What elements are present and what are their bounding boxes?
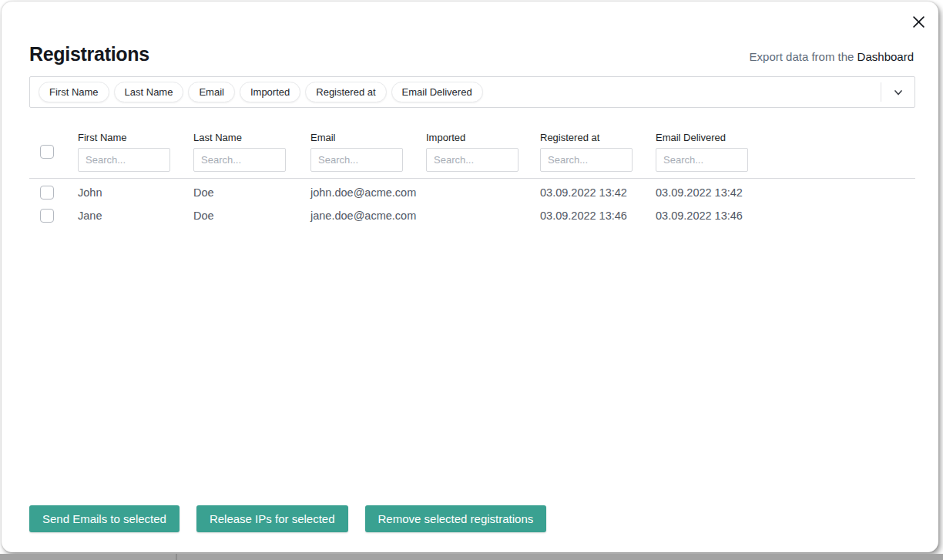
- column-first-name: First Name: [78, 132, 193, 172]
- filter-chip-last-name[interactable]: Last Name: [114, 82, 184, 102]
- cell-registered-at: 03.09.2022 13:42: [540, 186, 656, 199]
- filter-chip-email-delivered[interactable]: Email Delivered: [391, 82, 483, 102]
- background-page-strip: [0, 554, 943, 560]
- column-label: Registered at: [540, 132, 656, 143]
- background-page-divider: [176, 554, 177, 560]
- search-input-registered-at[interactable]: [540, 148, 633, 172]
- cell-email-delivered: 03.09.2022 13:42: [656, 186, 771, 199]
- remove-registrations-button[interactable]: Remove selected registrations: [365, 505, 547, 532]
- page-title: Registrations: [29, 43, 149, 65]
- search-input-first-name[interactable]: [78, 148, 170, 172]
- column-email: Email: [310, 132, 426, 172]
- table-header-row: First Name Last Name Email Imported Regi…: [29, 132, 915, 179]
- column-label: First Name: [78, 132, 193, 143]
- modal-header: Registrations Export data from the Dashb…: [29, 43, 914, 65]
- column-registered-at: Registered at: [540, 132, 656, 172]
- filter-chip-registered-at[interactable]: Registered at: [305, 82, 386, 102]
- table-body: John Doe john.doe@acme.com 03.09.2022 13…: [29, 181, 915, 227]
- column-label: Email: [310, 132, 426, 143]
- filter-chip-imported[interactable]: Imported: [240, 82, 300, 102]
- bulk-actions: Send Emails to selected Release IPs for …: [29, 505, 546, 532]
- close-button[interactable]: [908, 11, 929, 32]
- registrations-table: First Name Last Name Email Imported Regi…: [29, 132, 915, 227]
- cell-first-name: Jane: [78, 210, 193, 222]
- filter-dropdown-button[interactable]: [881, 77, 914, 107]
- table-row: Jane Doe jane.doe@acme.com 03.09.2022 13…: [29, 204, 915, 227]
- cell-registered-at: 03.09.2022 13:46: [540, 210, 656, 222]
- export-note-text: Export data from the: [750, 50, 857, 63]
- cell-last-name: Doe: [193, 186, 310, 199]
- chevron-down-icon: [894, 88, 903, 97]
- cell-email: jane.doe@acme.com: [310, 210, 426, 222]
- row-checkbox[interactable]: [40, 186, 54, 200]
- column-label: Email Delivered: [656, 132, 771, 143]
- column-email-delivered: Email Delivered: [656, 132, 771, 172]
- column-label: Imported: [426, 132, 540, 143]
- cell-email-delivered: 03.09.2022 13:46: [656, 210, 771, 222]
- cell-last-name: Doe: [193, 210, 310, 222]
- column-label: Last Name: [193, 132, 310, 143]
- cell-first-name: John: [78, 186, 193, 199]
- dashboard-link[interactable]: Dashboard: [857, 50, 914, 63]
- search-input-email[interactable]: [310, 148, 403, 172]
- row-checkbox[interactable]: [40, 209, 54, 223]
- column-imported: Imported: [426, 132, 540, 172]
- registrations-modal: Registrations Export data from the Dashb…: [2, 2, 938, 552]
- search-input-imported[interactable]: [426, 148, 518, 172]
- search-input-last-name[interactable]: [193, 148, 286, 172]
- table-row: John Doe john.doe@acme.com 03.09.2022 13…: [29, 181, 915, 204]
- filter-bar: First Name Last Name Email Imported Regi…: [29, 76, 915, 108]
- export-note: Export data from the Dashboard: [750, 50, 914, 63]
- filter-chip-first-name[interactable]: First Name: [39, 82, 109, 102]
- send-emails-button[interactable]: Send Emails to selected: [29, 505, 180, 532]
- cell-email: john.doe@acme.com: [310, 186, 426, 199]
- search-input-email-delivered[interactable]: [656, 148, 748, 172]
- release-ips-button[interactable]: Release IPs for selected: [196, 505, 348, 532]
- filter-chip-email[interactable]: Email: [188, 82, 235, 102]
- close-icon: [912, 15, 925, 29]
- column-last-name: Last Name: [193, 132, 310, 172]
- select-all-checkbox[interactable]: [40, 145, 54, 159]
